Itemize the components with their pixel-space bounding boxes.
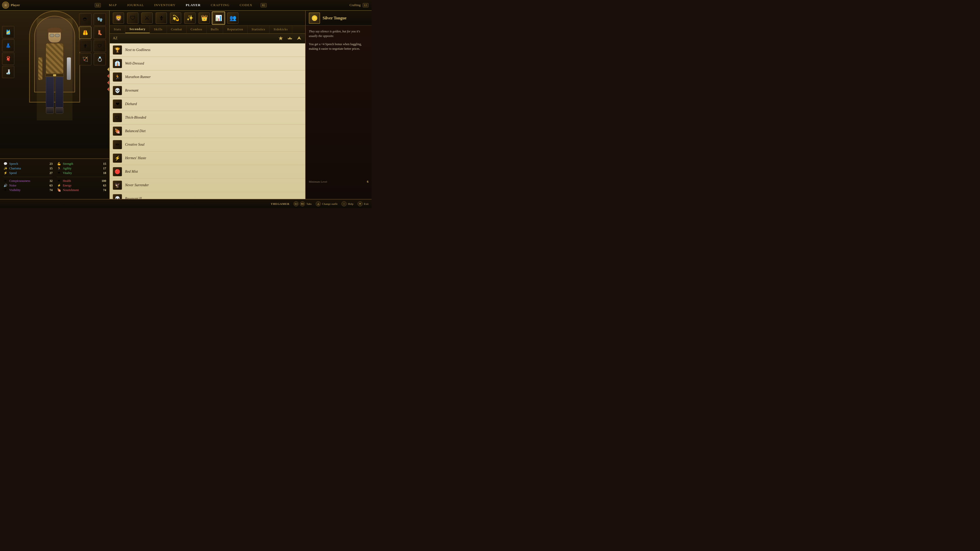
tab-statistics[interactable]: Statistics bbox=[248, 25, 269, 33]
char-legs bbox=[46, 77, 63, 107]
char-leg-right bbox=[56, 77, 63, 107]
cross-button[interactable]: ✕ bbox=[358, 201, 363, 206]
tab-icon-secondary[interactable]: 🛡 bbox=[126, 11, 139, 25]
nav-player[interactable]: PLAYER bbox=[184, 2, 203, 8]
filter-star-icon[interactable] bbox=[278, 35, 284, 41]
help-label: Help bbox=[348, 202, 353, 205]
tab-sidekicks[interactable]: Sidekicks bbox=[269, 25, 292, 33]
equip-slot-left-1[interactable]: 🎽 bbox=[2, 26, 14, 38]
tab-icon-stats[interactable]: 🦁 bbox=[112, 11, 125, 25]
perk-thick-blooded[interactable]: 🛡 Thick-Blooded bbox=[110, 111, 305, 124]
noise-icon: 🔊 bbox=[3, 183, 8, 188]
perk-well-dressed[interactable]: 👔 Well-Dressed bbox=[110, 57, 305, 70]
equipment-grid-right: ⛑ 🧤 🦺 👢 🗡 🛡 🏹 💍 bbox=[79, 13, 107, 65]
perk-balanced-diet[interactable]: 🍖 Balanced Diet bbox=[110, 124, 305, 138]
tab-skills[interactable]: Skills bbox=[150, 25, 167, 33]
perk-revenant[interactable]: 💀 Revenant bbox=[110, 84, 305, 97]
stat-speech: 💬 Speech 23 bbox=[3, 162, 52, 166]
filter-crown-icon[interactable] bbox=[287, 35, 293, 41]
stat-nourishment: 🍖 Nourishment 74 bbox=[57, 188, 106, 192]
visibility-icon: 👁 bbox=[3, 188, 8, 192]
diamond-btn-3[interactable] bbox=[107, 79, 109, 86]
r1-button[interactable]: R1 bbox=[300, 201, 305, 206]
right-panel-description: They say silence is golden, but for you … bbox=[309, 29, 369, 38]
l1-button[interactable]: L1 bbox=[293, 201, 299, 206]
top-nav: ⚔ Player L2 MAP JOURNAL INVENTORY PLAYER… bbox=[0, 0, 372, 11]
perk-icon-revenant: 💀 bbox=[113, 86, 122, 95]
perk-revenant-ii[interactable]: 💀 Revenant II bbox=[110, 192, 305, 199]
perk-icon-marathon: 🏃 bbox=[113, 73, 122, 82]
perk-marathon-runner[interactable]: 🏃 Marathon Runner bbox=[110, 70, 305, 84]
filter-row: AZ bbox=[110, 34, 305, 43]
nav-l2-btn[interactable]: L2 bbox=[95, 3, 100, 7]
triangle-button[interactable]: △ bbox=[316, 201, 321, 206]
equip-slot-left-2[interactable]: 👗 bbox=[2, 39, 14, 52]
change-outfit-label: Change outfit bbox=[322, 202, 337, 205]
nav-journal[interactable]: JOURNAL bbox=[125, 2, 146, 8]
filter-arrow-icon[interactable] bbox=[296, 35, 302, 41]
tab-icon-combos[interactable]: 💫 bbox=[169, 11, 182, 25]
tab-combat[interactable]: Combat bbox=[167, 25, 186, 33]
right-avatar: 🪙 bbox=[309, 13, 320, 24]
right-panel-detail: You get a +4 Speech bonus when haggling,… bbox=[309, 42, 369, 51]
equip-slot-5[interactable]: 🗡 bbox=[79, 40, 91, 52]
filter-az[interactable]: AZ bbox=[113, 36, 118, 40]
equip-slot-1[interactable]: ⛑ bbox=[79, 13, 91, 25]
vitality-value: 18 bbox=[99, 171, 106, 175]
tab-icon-skills[interactable]: ⚔ bbox=[140, 11, 154, 25]
perk-never-surrender[interactable]: 🦅 Never Surrender bbox=[110, 179, 305, 192]
nav-map[interactable]: MAP bbox=[107, 2, 119, 8]
nav-r2-btn[interactable]: R2 bbox=[261, 3, 267, 7]
equip-slot-3[interactable]: 🦺 bbox=[79, 27, 91, 39]
perk-name-thick-blooded: Thick-Blooded bbox=[125, 116, 146, 120]
statistics-icon: 📊 bbox=[213, 13, 224, 24]
perk-creative-soul[interactable]: ✏ Creative Soul bbox=[110, 138, 305, 151]
perk-red-mist[interactable]: 🔴 Red Mist bbox=[110, 165, 305, 179]
charisma-value: 15 bbox=[45, 167, 52, 170]
player-label: Player bbox=[11, 3, 20, 7]
char-boot-left bbox=[46, 107, 54, 114]
strength-value: 15 bbox=[99, 162, 106, 166]
stat-separator-right bbox=[57, 177, 106, 177]
min-level-label: Minimum Level bbox=[309, 180, 327, 183]
equip-slot-left-4[interactable]: 🍶 bbox=[2, 66, 14, 78]
stat-noise: 🔊 Noise 63 bbox=[3, 183, 52, 188]
tab-reputation[interactable]: Reputation bbox=[223, 25, 248, 33]
perk-icon-hermes-haste: ⚡ bbox=[113, 154, 122, 163]
tab-icon-reputation[interactable]: 👑 bbox=[197, 11, 211, 25]
equip-slot-4[interactable]: 👢 bbox=[94, 27, 106, 39]
tab-combos[interactable]: Combos bbox=[186, 25, 207, 33]
circle-button[interactable]: ○ bbox=[342, 201, 347, 206]
stat-energy: ⚡ Energy 63 bbox=[57, 183, 106, 188]
diamond-btn-2[interactable] bbox=[107, 73, 109, 79]
character-figure bbox=[37, 18, 73, 121]
nav-crafting[interactable]: CRAFTING bbox=[209, 2, 231, 8]
equip-slot-2[interactable]: 🧤 bbox=[94, 13, 106, 25]
perk-diehard[interactable]: ❤ Diehard bbox=[110, 97, 305, 111]
tab-icon-buffs[interactable]: ✨ bbox=[183, 11, 197, 25]
tab-icon-combat[interactable]: 🗡 bbox=[155, 11, 168, 25]
nav-inventory[interactable]: INVENTORY bbox=[152, 2, 178, 8]
equip-slot-left-3[interactable]: 🧣 bbox=[2, 52, 14, 65]
perk-next-to-godliness[interactable]: 🏆 Next to Godliness bbox=[110, 43, 305, 57]
strength-icon: 💪 bbox=[57, 162, 61, 166]
tab-secondary[interactable]: Secondary bbox=[125, 25, 150, 33]
equip-slot-7[interactable]: 🏹 bbox=[79, 53, 91, 65]
tab-buffs[interactable]: Buffs bbox=[207, 25, 223, 33]
stat-conspicuousness: 👁 Conspicuousness 32 bbox=[3, 179, 52, 183]
equipment-grid-left: 🎽 👗 🧣 🍶 bbox=[2, 26, 14, 78]
energy-value: 63 bbox=[99, 184, 106, 187]
tab-icon-statistics[interactable]: 📊 bbox=[212, 11, 225, 25]
tab-stats[interactable]: Stats bbox=[110, 25, 125, 33]
perk-hermes-haste[interactable]: ⚡ Hermes' Haste bbox=[110, 151, 305, 165]
diamond-btn-1[interactable] bbox=[107, 66, 109, 73]
agility-value: 17 bbox=[99, 167, 106, 170]
equip-slot-8[interactable]: 💍 bbox=[94, 53, 106, 65]
perk-list-scroll[interactable]: 🏆 Next to Godliness 👔 Well-Dressed 🏃 Mar… bbox=[110, 43, 305, 199]
equip-slot-6[interactable]: 🛡 bbox=[94, 40, 106, 52]
nav-codex[interactable]: CODEX bbox=[238, 2, 255, 8]
crafting-key-btn[interactable]: L5 bbox=[363, 3, 369, 7]
diamond-btn-4[interactable] bbox=[107, 86, 109, 93]
tab-icon-sidekicks[interactable]: 👥 bbox=[226, 11, 239, 25]
char-boots bbox=[46, 107, 63, 114]
